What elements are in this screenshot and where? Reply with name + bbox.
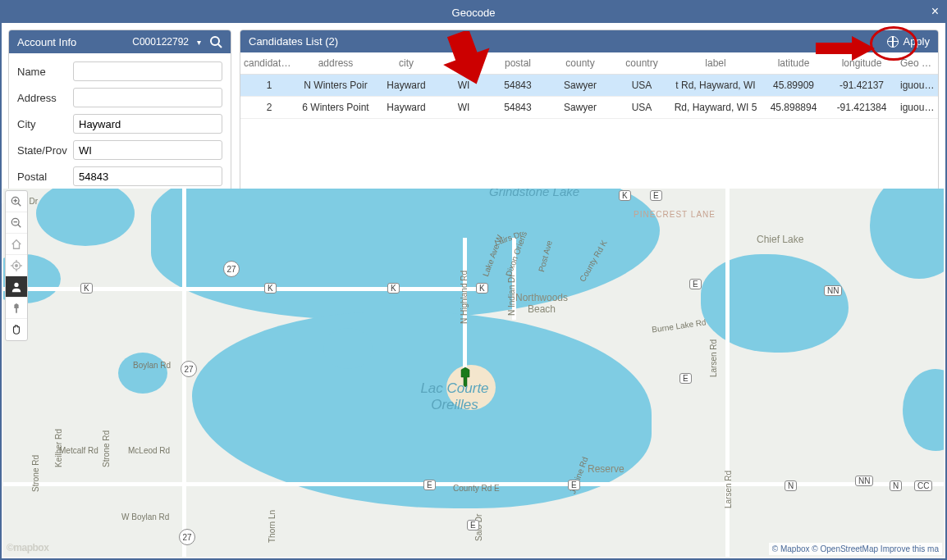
col-address[interactable]: address — [298, 52, 373, 75]
address-label: Address — [17, 92, 73, 104]
close-icon[interactable]: × — [931, 4, 939, 19]
city-input[interactable] — [73, 114, 222, 134]
locate-icon[interactable] — [6, 255, 27, 276]
address-input[interactable] — [73, 88, 222, 107]
account-info-panel: Account Info C000122792 ▾ Name Address C… — [8, 30, 231, 197]
label-grindstone: Grindstone Lake — [489, 189, 579, 198]
table-row[interactable]: 2 6 Winters Point Hayward WI 54843 Sawye… — [240, 97, 938, 119]
water-grindstone — [151, 189, 660, 320]
water-blob5 — [701, 254, 849, 353]
col-longitude[interactable]: longitude — [826, 52, 897, 75]
home-icon[interactable] — [6, 234, 27, 255]
cell-num: 1 — [240, 75, 298, 97]
shield-e-a: E — [650, 190, 662, 201]
map-attribution: © Mapbox © OpenStreetMap Improve this ma — [769, 543, 942, 555]
title-bar: Geocode × — [2, 2, 945, 23]
label-larsen2: Larsen Rd — [724, 471, 733, 508]
col-georesult[interactable]: Geo Result — [897, 52, 938, 75]
shield-27-a: 27 — [223, 261, 240, 277]
apply-button[interactable]: Apply — [887, 35, 930, 48]
shield-nn-b: NN — [855, 476, 873, 486]
account-id: C000122792 — [132, 36, 189, 48]
cell-postal: 54843 — [488, 75, 547, 97]
cell-country: USA — [613, 97, 670, 119]
cell-lat: 45.898894 — [761, 97, 826, 119]
col-city[interactable]: city — [373, 52, 439, 75]
city-label: City — [17, 118, 73, 130]
state-input[interactable] — [73, 140, 222, 160]
cell-result: iguous houseNum — [897, 97, 938, 119]
attrib-osm[interactable]: © OpenStreetMap — [812, 544, 878, 553]
shield-cc: CC — [914, 480, 932, 491]
col-country[interactable]: country — [613, 52, 670, 75]
shield-e-c: E — [679, 373, 692, 384]
chevron-down-icon[interactable]: ▾ — [197, 38, 201, 47]
state-label: State/Prov — [17, 144, 73, 157]
svg-point-0 — [211, 37, 219, 45]
cell-county: Sawyer — [547, 97, 613, 119]
water-blob3 — [118, 353, 167, 394]
col-postal[interactable]: postal — [488, 52, 547, 75]
shield-27-b: 27 — [181, 361, 197, 377]
top-panels: Account Info C000122792 ▾ Name Address C… — [2, 23, 945, 203]
zoom-in-icon[interactable] — [6, 191, 27, 212]
label-lco: Lac Courte Oreilles — [409, 380, 500, 413]
col-candidate-num[interactable]: candidateN... — [240, 52, 298, 75]
shield-k-a: K — [80, 283, 93, 294]
globe-icon — [887, 36, 899, 48]
cell-label: t Rd, Hayward, WI — [670, 75, 761, 97]
svg-point-12 — [16, 264, 18, 266]
col-label[interactable]: label — [670, 52, 761, 75]
shield-e-f: E — [467, 520, 479, 530]
label-highland: N Highland Rd — [460, 271, 469, 324]
cell-lng: -91.421384 — [826, 97, 897, 119]
water-blob7 — [903, 369, 944, 451]
col-latitude[interactable]: latitude — [761, 52, 826, 75]
person-icon[interactable] — [6, 276, 27, 298]
mapbox-logo: ©mapbox — [7, 542, 48, 553]
label-thorn: Thorn Ln — [268, 510, 277, 543]
label-burne: Burne Lake Rd — [652, 317, 707, 334]
label-wboylan: W Boylan Rd — [121, 512, 169, 521]
pushpin-icon[interactable] — [6, 298, 27, 319]
table-row[interactable]: 1 N Winters Poir Hayward WI 54843 Sawyer… — [240, 75, 938, 97]
table-header-row: candidateN... address city sta... postal… — [240, 52, 938, 75]
cell-city: Hayward — [373, 75, 439, 97]
water-blob6 — [870, 189, 944, 279]
shield-e-d: E — [568, 480, 580, 490]
shield-k-e: K — [619, 190, 631, 201]
col-state[interactable]: sta... — [439, 52, 488, 75]
map-pin-icon[interactable] — [458, 367, 473, 387]
label-larsen: Larsen Rd — [709, 339, 718, 377]
label-northwoods: Northwoods Beach — [509, 292, 574, 315]
shield-e-e: E — [423, 480, 436, 490]
candidates-header: Candidates List (2) Apply — [240, 30, 938, 52]
cell-state: WI — [439, 97, 488, 119]
account-form: Name Address City State/Prov Postal — [9, 53, 231, 196]
cell-postal: 54843 — [488, 97, 547, 119]
svg-point-17 — [14, 282, 18, 286]
apply-label: Apply — [903, 35, 930, 48]
shield-n-b: N — [890, 480, 902, 491]
zoom-out-icon[interactable] — [6, 212, 27, 234]
postal-input[interactable] — [73, 166, 222, 186]
map[interactable]: ood Dr Boylan Rd W Boylan Rd Metcalf Rd … — [3, 189, 944, 557]
attrib-mapbox[interactable]: © Mapbox — [772, 544, 810, 553]
water-blob1 — [36, 189, 135, 246]
shield-e-b: E — [689, 279, 702, 289]
pan-hand-icon[interactable] — [6, 319, 27, 340]
attrib-improve[interactable]: Improve this ma — [881, 544, 939, 553]
svg-line-5 — [18, 203, 21, 206]
label-reserve: Reserve — [588, 463, 624, 475]
search-icon[interactable] — [209, 35, 222, 48]
label-pinecrest: PINECREST LANE — [634, 210, 716, 219]
candidates-title: Candidates List (2) — [249, 35, 338, 48]
name-input[interactable] — [73, 61, 222, 81]
cell-num: 2 — [240, 97, 298, 119]
cell-address: 6 Winters Point — [298, 97, 373, 119]
cell-state: WI — [439, 75, 488, 97]
window-title: Geocode — [452, 7, 496, 19]
col-county[interactable]: county — [547, 52, 613, 75]
shield-nn-a: NN — [824, 285, 842, 296]
label-mcleod: McLeod Rd — [128, 446, 170, 455]
